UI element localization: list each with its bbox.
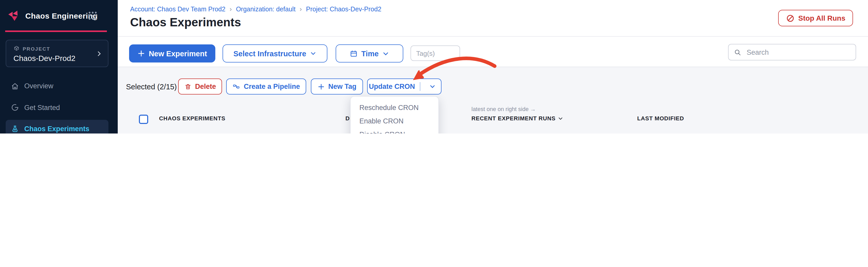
chevron-right-icon — [95, 49, 103, 58]
new-tag-button[interactable]: New Tag — [311, 79, 363, 94]
get-started-icon — [10, 103, 20, 112]
project-cube-icon — [13, 46, 20, 52]
menu-item-disable-cron[interactable]: Disable CRON — [351, 127, 438, 134]
update-cron-split-button[interactable]: Update CRON — [367, 79, 441, 94]
plus-icon — [317, 83, 324, 90]
sidebar-item-chaos-experiments[interactable]: Chaos Experiments — [0, 118, 118, 134]
split-button-divider — [420, 82, 420, 91]
sidebar-item-get-started[interactable]: Get Started — [0, 97, 118, 118]
project-label: PROJECT — [23, 46, 50, 51]
main-content: Account: Chaos Dev Team Prod2 › Organiza… — [118, 0, 868, 134]
breadcrumb-project-link[interactable]: Project: Chaos-Dev-Prod2 — [306, 5, 381, 13]
menu-item-enable-cron[interactable]: Enable CRON — [351, 114, 438, 127]
trash-icon — [184, 83, 191, 90]
breadcrumb-account-link[interactable]: Account: Chaos Dev Team Prod2 — [130, 5, 225, 13]
app-title: Chaos Engineering — [25, 11, 98, 20]
tags-filter-input[interactable] — [410, 46, 460, 61]
time-filter-label: Time — [361, 49, 378, 58]
sidebar: Chaos Engineering PROJECT Chaos-Dev-Prod… — [0, 0, 118, 134]
update-cron-caret[interactable] — [424, 83, 441, 90]
search-icon — [734, 48, 742, 56]
search-box[interactable] — [728, 44, 856, 60]
breadcrumb-separator: › — [229, 5, 232, 13]
sidebar-item-label: Get Started — [24, 104, 60, 112]
menu-item-reschedule-cron[interactable]: Reschedule CRON — [351, 101, 438, 114]
stop-all-runs-label: Stop All Runs — [798, 14, 845, 22]
brand-accent-divider — [5, 30, 107, 32]
project-name: Chaos-Dev-Prod2 — [13, 54, 75, 62]
sidebar-item-label: Chaos Experiments — [24, 125, 89, 133]
column-header-last-modified: LAST MODIFIED — [637, 115, 684, 121]
new-experiment-button[interactable]: New Experiment — [129, 44, 215, 62]
app-logo-icon — [7, 9, 20, 22]
chevron-down-icon — [310, 50, 316, 57]
sidebar-nav: Overview Get Started Chaos Experiment — [0, 76, 118, 134]
sidebar-item-overview[interactable]: Overview — [0, 76, 118, 97]
delete-button[interactable]: Delete — [178, 79, 222, 94]
prohibition-icon — [786, 14, 795, 23]
sidebar-item-label: Overview — [24, 82, 54, 90]
breadcrumb: Account: Chaos Dev Team Prod2 › Organiza… — [130, 5, 381, 13]
select-all-checkbox[interactable] — [139, 115, 148, 124]
runs-order-note: latest one on right side → — [471, 106, 536, 112]
home-icon — [10, 82, 20, 91]
app-window: Chaos Engineering PROJECT Chaos-Dev-Prod… — [0, 0, 868, 134]
select-infrastructure-label: Select Infrastructure — [234, 49, 306, 58]
breadcrumb-org-link[interactable]: Organization: default — [236, 5, 296, 13]
create-pipeline-label: Create a Pipeline — [244, 83, 300, 90]
chevron-down-icon — [429, 83, 436, 90]
select-infrastructure-dropdown[interactable]: Select Infrastructure — [222, 44, 328, 62]
search-input[interactable] — [746, 48, 850, 57]
chevron-down-icon — [558, 115, 563, 121]
chevron-down-icon — [382, 50, 390, 57]
update-cron-dropdown-menu: Reschedule CRON Enable CRON Disable CRON — [350, 96, 439, 134]
column-header-recent-runs[interactable]: RECENT EXPERIMENT RUNS — [471, 115, 563, 121]
update-cron-label: Update CRON — [368, 83, 416, 90]
flask-icon — [10, 124, 20, 134]
content-background — [118, 67, 868, 134]
new-experiment-label: New Experiment — [149, 49, 207, 58]
selected-count-label: Selected (2/15) — [126, 83, 177, 91]
new-tag-label: New Tag — [328, 83, 356, 90]
page-title: Chaos Experiments — [130, 16, 241, 29]
breadcrumb-separator: › — [300, 5, 302, 13]
column-header-experiments[interactable]: CHAOS EXPERIMENTS — [159, 115, 225, 121]
header-divider — [118, 36, 868, 37]
project-selector[interactable]: PROJECT Chaos-Dev-Prod2 — [6, 40, 108, 67]
create-pipeline-button[interactable]: Create a Pipeline — [226, 79, 306, 94]
time-filter-dropdown[interactable]: Time — [336, 44, 403, 62]
stop-all-runs-button[interactable]: Stop All Runs — [778, 10, 853, 26]
pipeline-icon — [232, 83, 240, 90]
calendar-icon — [349, 49, 358, 58]
delete-label: Delete — [195, 83, 216, 90]
plus-icon — [137, 50, 145, 57]
module-grid-icon[interactable] — [88, 11, 97, 20]
